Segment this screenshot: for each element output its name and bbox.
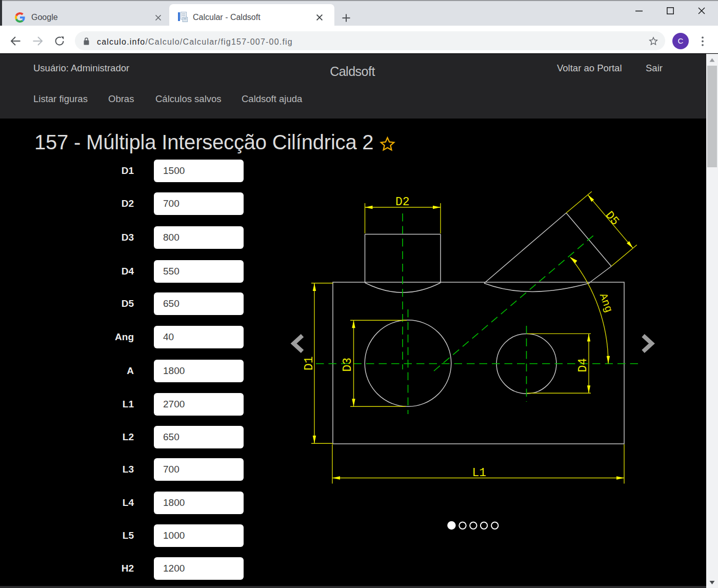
svg-text:D1: D1 [303, 356, 316, 370]
svg-text:D2: D2 [395, 195, 410, 209]
svg-text:L1: L1 [472, 466, 487, 480]
svg-text:D4: D4 [576, 358, 590, 373]
svg-text:D5: D5 [603, 209, 622, 228]
svg-text:D3: D3 [341, 358, 354, 372]
